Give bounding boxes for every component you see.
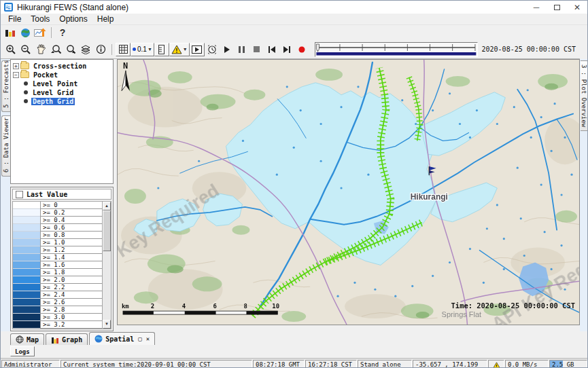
pause-button[interactable]: [235, 43, 249, 56]
record-button[interactable]: [294, 43, 309, 56]
chart-export-icon: [34, 28, 46, 38]
value-threshold-dropdown[interactable]: 0.1 ▼: [131, 43, 154, 56]
expand-icon[interactable]: +: [13, 63, 19, 69]
bullet-icon: [24, 99, 28, 103]
legend-row[interactable]: >= 1.8: [13, 269, 102, 276]
scroll-down-icon[interactable]: ▼: [103, 320, 111, 329]
spatial-display-button[interactable]: [33, 26, 48, 39]
maximize-button[interactable]: [547, 1, 567, 14]
tree-node-label[interactable]: Level Grid: [31, 89, 75, 96]
help-button[interactable]: ?: [55, 26, 70, 39]
legend-row[interactable]: >= 0.8: [13, 232, 102, 239]
legend-row[interactable]: >= 2.6: [13, 299, 102, 306]
legend-swatch: [13, 284, 40, 291]
scrollbar-thumb[interactable]: [103, 210, 111, 251]
tab-graph[interactable]: Graph: [46, 333, 88, 345]
svg-text:10: 10: [272, 303, 279, 310]
legend-scrollbar[interactable]: ▲ ▼: [102, 202, 111, 329]
animation-display-button[interactable]: [190, 43, 205, 56]
status-local-time: 16:27:18 CST: [305, 360, 357, 368]
legend-label: >= 3.2: [40, 321, 102, 329]
legend-row[interactable]: >= 0.4: [13, 217, 102, 224]
tree-node-label[interactable]: Cross-section: [32, 62, 88, 70]
legend-row[interactable]: >= 2.2: [13, 284, 102, 291]
collapse-icon[interactable]: −: [13, 72, 19, 78]
warnings-dropdown[interactable]: ▼: [169, 43, 190, 56]
pan-button[interactable]: [33, 43, 48, 56]
tab-forecasts[interactable]: 5 : Forecasts: [1, 60, 10, 112]
tab-data-viewer[interactable]: 6 : Data Viewer: [1, 115, 10, 177]
legend-body: >= 0>= 0.2>= 0.4>= 0.6>= 0.8>= 1.0>= 1.2…: [12, 201, 111, 329]
svg-text:N: N: [123, 61, 128, 71]
graph-tab-icon: [51, 336, 59, 344]
map-view[interactable]: API Key Required API Key Required N km 2…: [117, 59, 580, 325]
info-button[interactable]: [93, 43, 108, 56]
tree-node-level-point[interactable]: Level Point: [13, 79, 113, 88]
timer-settings-button[interactable]: [205, 43, 220, 56]
status-memory: 2.5 GB: [549, 360, 587, 368]
step-forward-button[interactable]: [279, 43, 294, 56]
minimize-button[interactable]: ─: [526, 1, 547, 14]
database-viewer-button[interactable]: [3, 26, 18, 39]
tab-spatial-label: Spatial: [105, 335, 134, 343]
legend-row[interactable]: >= 1.6: [13, 261, 102, 269]
title-bar: Hikurangi FEWS (Stand alone) ─ ✕: [1, 1, 587, 14]
tree-node-label[interactable]: Pocket: [32, 71, 59, 79]
tree-node-depth-grid[interactable]: Depth Grid: [13, 97, 113, 105]
bullet-icon: [24, 81, 28, 86]
timeline-slider[interactable]: [315, 42, 478, 57]
zoom-next-button[interactable]: [63, 43, 78, 56]
grid-display-button[interactable]: [116, 43, 131, 56]
close-panel-icon[interactable]: ✕: [146, 335, 150, 342]
legend-row[interactable]: >= 0.6: [13, 224, 102, 232]
scrollbar-track[interactable]: [103, 210, 111, 320]
legend-row[interactable]: >= 0: [13, 202, 102, 209]
logs-button[interactable]: Logs: [10, 346, 35, 356]
menu-help[interactable]: Help: [92, 14, 119, 24]
status-coordinates: -35.657 , 174.199: [413, 360, 487, 368]
menu-options[interactable]: Options: [54, 14, 92, 24]
legend-row[interactable]: >= 1.4: [13, 254, 102, 261]
legend-row[interactable]: >= 2.0: [13, 276, 102, 284]
svg-text:km: km: [122, 303, 129, 310]
tree-node-pocket[interactable]: − Pocket: [13, 71, 113, 79]
step-backward-button[interactable]: [264, 43, 279, 56]
tree-node-level-grid[interactable]: Level Grid: [13, 88, 113, 96]
tab-graph-label: Graph: [62, 336, 82, 344]
legend-row[interactable]: >= 1.2: [13, 246, 102, 254]
legend-row[interactable]: >= 0.2: [13, 209, 102, 217]
tab-map[interactable]: Map: [10, 333, 44, 345]
legend-row[interactable]: >= 3.2: [13, 321, 102, 329]
scroll-up-icon[interactable]: ▲: [103, 202, 111, 210]
legend-label: >= 1.0: [40, 239, 102, 246]
bottom-tab-bar: Map Graph Spatial ▢ ✕: [1, 331, 587, 345]
tab-spatial[interactable]: Spatial ▢ ✕: [89, 332, 155, 345]
menu-file[interactable]: File: [3, 14, 26, 24]
zoom-out-button[interactable]: [18, 43, 33, 56]
close-button[interactable]: ✕: [567, 1, 587, 14]
map-canvas[interactable]: API Key Required API Key Required N km 2…: [118, 60, 579, 325]
legend-row[interactable]: >= 1.0: [13, 239, 102, 246]
tree-node-label-selected[interactable]: Depth Grid: [31, 98, 75, 105]
layers-button[interactable]: [78, 43, 93, 56]
zoom-in-button[interactable]: [3, 43, 18, 56]
legend-swatch: [13, 239, 40, 246]
legend-row[interactable]: >= 3.0: [13, 314, 102, 321]
status-warning[interactable]: [488, 360, 504, 368]
spatial-tab-globe-icon: [94, 335, 103, 343]
timeline-handle[interactable]: [316, 44, 319, 52]
tree-node-label[interactable]: Level Point: [31, 80, 79, 88]
legend-row[interactable]: >= 2.4: [13, 291, 102, 299]
longitudinal-profile-button[interactable]: [154, 43, 169, 56]
tree-node-cross-section[interactable]: + Cross-section: [13, 62, 113, 70]
logs-row: Logs: [1, 345, 587, 358]
stop-button[interactable]: [249, 43, 264, 56]
play-button[interactable]: [220, 43, 235, 56]
tab-plot-overview[interactable]: 3 : Plot Overview: [581, 60, 588, 131]
map-display-button[interactable]: [18, 26, 33, 39]
maximize-panel-icon[interactable]: ▢: [138, 335, 141, 342]
legend-row[interactable]: >= 2.8: [13, 306, 102, 314]
zoom-previous-button[interactable]: [48, 43, 63, 56]
menu-tools[interactable]: Tools: [26, 14, 54, 24]
last-value-checkbox[interactable]: [16, 191, 23, 198]
